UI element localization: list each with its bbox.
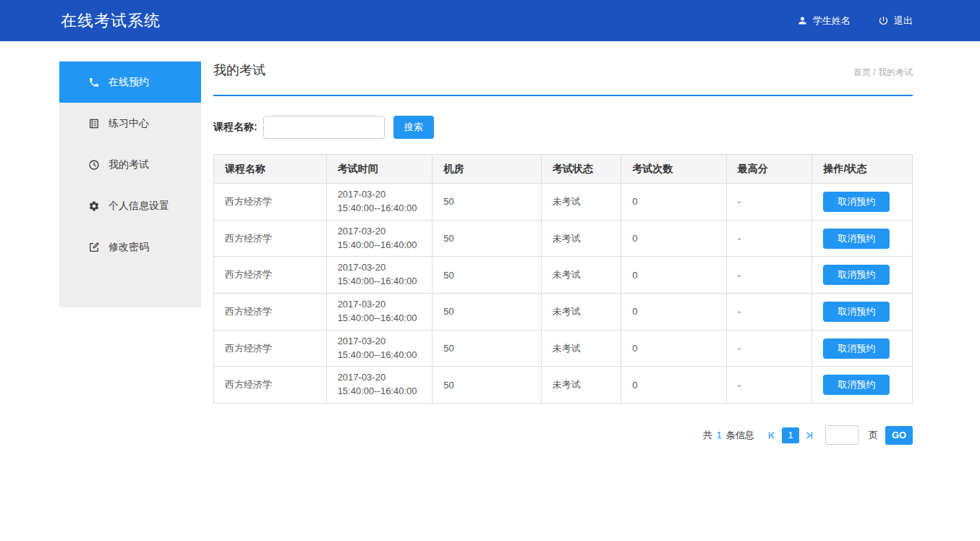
exam-count-cell: 0 bbox=[621, 367, 727, 404]
course-name-cell: 西方经济学 bbox=[214, 220, 327, 257]
room-cell: 50 bbox=[433, 220, 542, 257]
cancel-reservation-button[interactable]: 取消预约 bbox=[823, 192, 890, 212]
course-name-label: 课程名称: bbox=[213, 121, 257, 134]
search-form: 课程名称: 搜索 bbox=[213, 116, 913, 139]
go-button[interactable]: GO bbox=[885, 426, 913, 445]
course-name-input[interactable] bbox=[263, 116, 385, 139]
user-menu[interactable]: 学生姓名 bbox=[797, 14, 851, 27]
cancel-reservation-button[interactable]: 取消预约 bbox=[823, 265, 890, 285]
sidebar-item-my-exams[interactable]: 我的考试 bbox=[59, 144, 201, 185]
sidebar-item-label: 在线预约 bbox=[108, 76, 149, 89]
table-header-row: 课程名称 考试时间 机房 考试状态 考试次数 最高分 操作/状态 bbox=[214, 155, 913, 184]
sidebar-item-practice-center[interactable]: 练习中心 bbox=[59, 103, 201, 144]
room-cell: 50 bbox=[433, 367, 542, 404]
action-cell: 取消预约 bbox=[812, 220, 913, 257]
cancel-reservation-button[interactable]: 取消预约 bbox=[823, 338, 890, 359]
exam-status-cell: 未考试 bbox=[541, 184, 621, 221]
sidebar: 在线预约 练习中心 我的考试 个人信息设置 修改密码 bbox=[59, 61, 201, 307]
exam-time-cell: 2017-03-20 15:40:00--16:40:00 bbox=[326, 367, 433, 404]
table-row: 西方经济学 2017-03-20 15:40:00--16:40:00 50 未… bbox=[214, 257, 913, 294]
column-header-exam-count: 考试次数 bbox=[621, 155, 727, 184]
column-header-room: 机房 bbox=[433, 155, 542, 184]
exam-status-cell: 未考试 bbox=[541, 367, 621, 404]
exam-time-cell: 2017-03-20 15:40:00--16:40:00 bbox=[326, 184, 433, 221]
course-name-cell: 西方经济学 bbox=[214, 184, 327, 221]
exam-status-cell: 未考试 bbox=[541, 294, 621, 331]
power-icon bbox=[878, 15, 889, 26]
course-name-cell: 西方经济学 bbox=[214, 257, 327, 294]
room-cell: 50 bbox=[433, 257, 542, 294]
action-cell: 取消预约 bbox=[812, 294, 913, 331]
sidebar-item-label: 个人信息设置 bbox=[108, 200, 169, 213]
column-header-best-score: 最高分 bbox=[726, 155, 811, 184]
action-cell: 取消预约 bbox=[812, 257, 913, 294]
top-header: 在线考试系统 学生姓名 退出 bbox=[0, 0, 980, 41]
search-button[interactable]: 搜索 bbox=[393, 116, 434, 139]
user-name-label: 学生姓名 bbox=[813, 14, 851, 27]
first-page-icon bbox=[766, 430, 777, 441]
exam-time-cell: 2017-03-20 15:40:00--16:40:00 bbox=[326, 257, 433, 294]
sidebar-item-profile-settings[interactable]: 个人信息设置 bbox=[59, 185, 201, 226]
exam-status-cell: 未考试 bbox=[541, 220, 621, 257]
course-name-cell: 西方经济学 bbox=[214, 367, 327, 404]
layout: 在线预约 练习中心 我的考试 个人信息设置 修改密码 bbox=[0, 41, 980, 445]
table-row: 西方经济学 2017-03-20 15:40:00--16:40:00 50 未… bbox=[214, 330, 913, 367]
edit-icon bbox=[88, 242, 100, 253]
cancel-reservation-button[interactable]: 取消预约 bbox=[823, 375, 890, 395]
exam-count-cell: 0 bbox=[621, 184, 727, 221]
exam-status-cell: 未考试 bbox=[541, 330, 621, 367]
exam-count-cell: 0 bbox=[621, 330, 727, 367]
sidebar-item-label: 修改密码 bbox=[108, 241, 149, 254]
gear-icon bbox=[88, 200, 100, 212]
cancel-reservation-button[interactable]: 取消预约 bbox=[823, 229, 890, 249]
cancel-reservation-button[interactable]: 取消预约 bbox=[823, 302, 890, 322]
app-title: 在线考试系统 bbox=[61, 10, 161, 32]
logout-button[interactable]: 退出 bbox=[878, 14, 913, 27]
action-cell: 取消预约 bbox=[812, 330, 913, 367]
best-score-cell: - bbox=[726, 184, 811, 221]
room-cell: 50 bbox=[433, 294, 542, 331]
table-row: 西方经济学 2017-03-20 15:40:00--16:40:00 50 未… bbox=[214, 184, 913, 221]
best-score-cell: - bbox=[726, 330, 811, 367]
phone-icon bbox=[88, 77, 100, 88]
best-score-cell: - bbox=[726, 257, 811, 294]
breadcrumb[interactable]: 首页 / 我的考试 bbox=[853, 67, 913, 79]
best-score-cell: - bbox=[726, 367, 811, 404]
table-row: 西方经济学 2017-03-20 15:40:00--16:40:00 50 未… bbox=[214, 294, 913, 331]
best-score-cell: - bbox=[726, 294, 811, 331]
current-page-button[interactable]: 1 bbox=[782, 427, 799, 443]
main-content: 我的考试 首页 / 我的考试 课程名称: 搜索 课程名称 考试时间 机房 考试状… bbox=[213, 61, 913, 445]
exam-count-cell: 0 bbox=[621, 220, 727, 257]
exam-table: 课程名称 考试时间 机房 考试状态 考试次数 最高分 操作/状态 西方经济学 2… bbox=[213, 154, 913, 404]
total-count: 1 bbox=[717, 430, 722, 440]
user-icon bbox=[797, 15, 808, 26]
last-page-button[interactable] bbox=[804, 430, 815, 441]
page-number-input[interactable] bbox=[825, 425, 858, 445]
column-header-course: 课程名称 bbox=[214, 155, 327, 184]
pagination: 共 1 条信息 1 页 GO bbox=[213, 425, 913, 445]
column-header-exam-time: 考试时间 bbox=[326, 155, 433, 184]
logout-label: 退出 bbox=[894, 14, 913, 27]
column-header-exam-status: 考试状态 bbox=[541, 155, 621, 184]
action-cell: 取消预约 bbox=[812, 367, 913, 404]
header-right: 学生姓名 退出 bbox=[797, 14, 913, 27]
exam-count-cell: 0 bbox=[621, 257, 727, 294]
exam-time-cell: 2017-03-20 15:40:00--16:40:00 bbox=[326, 330, 433, 367]
sidebar-item-change-password[interactable]: 修改密码 bbox=[59, 226, 201, 268]
last-page-icon bbox=[804, 430, 815, 441]
first-page-button[interactable] bbox=[766, 430, 777, 441]
exam-time-cell: 2017-03-20 15:40:00--16:40:00 bbox=[326, 294, 433, 331]
course-name-cell: 西方经济学 bbox=[214, 330, 327, 367]
total-suffix: 条信息 bbox=[726, 429, 754, 442]
table-row: 西方经济学 2017-03-20 15:40:00--16:40:00 50 未… bbox=[214, 220, 913, 257]
page-title: 我的考试 bbox=[213, 61, 265, 79]
exam-count-cell: 0 bbox=[621, 294, 727, 331]
journal-icon bbox=[88, 118, 100, 129]
room-cell: 50 bbox=[433, 184, 542, 221]
page-unit-label: 页 bbox=[869, 429, 878, 442]
best-score-cell: - bbox=[726, 220, 811, 257]
sidebar-item-online-booking[interactable]: 在线预约 bbox=[59, 61, 201, 103]
action-cell: 取消预约 bbox=[812, 184, 913, 221]
exam-status-cell: 未考试 bbox=[541, 257, 621, 294]
sidebar-item-label: 我的考试 bbox=[108, 158, 149, 171]
